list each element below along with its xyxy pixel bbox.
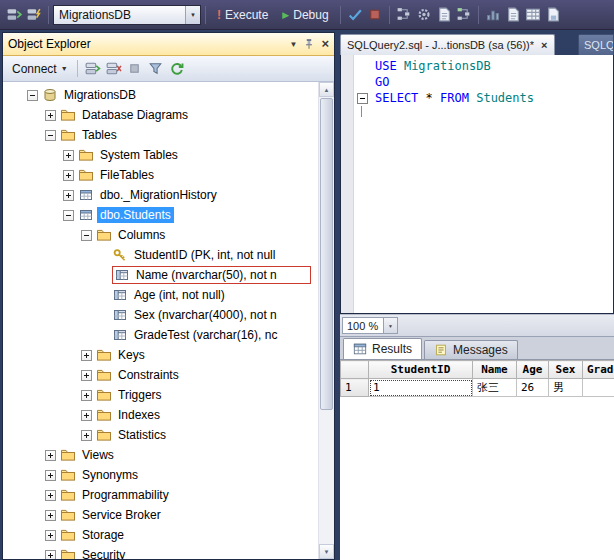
tree-item-security[interactable]: Security <box>3 545 318 559</box>
tree-item-tables[interactable]: Tables <box>3 125 318 145</box>
tree-item-database-diagrams[interactable]: Database Diagrams <box>3 105 318 125</box>
expand-icon[interactable] <box>81 410 92 421</box>
code-line[interactable] <box>341 106 613 122</box>
chevron-down-icon[interactable]: ▼ <box>383 318 397 333</box>
scroll-up-icon[interactable]: ▲ <box>319 82 334 97</box>
change-connection-icon[interactable] <box>25 6 43 23</box>
close-icon[interactable]: × <box>321 39 329 49</box>
expand-icon[interactable] <box>81 370 92 381</box>
debug-button[interactable]: ▶ Debug <box>275 6 335 24</box>
expand-icon[interactable] <box>45 490 56 501</box>
execute-button[interactable]: ! Execute <box>210 6 275 24</box>
expand-icon[interactable] <box>45 470 56 481</box>
grid-column-header[interactable]: GradeTest <box>583 361 614 379</box>
window-position-icon[interactable]: ▼ <box>289 40 297 49</box>
results-to-file-icon[interactable] <box>544 6 562 23</box>
tree-item-statistics[interactable]: Statistics <box>3 425 318 445</box>
refresh-icon[interactable] <box>168 60 185 77</box>
query-options-icon[interactable] <box>415 6 433 23</box>
cancel-query-icon[interactable] <box>366 6 384 23</box>
grid-column-header[interactable]: Name <box>473 361 517 379</box>
collapse-icon[interactable] <box>27 90 38 101</box>
tree-item-storage[interactable]: Storage <box>3 525 318 545</box>
expand-icon[interactable] <box>45 530 56 541</box>
vertical-scrollbar[interactable]: ▲ ▼ <box>318 82 334 559</box>
grid-cell[interactable]: 26 <box>517 379 549 397</box>
tab-sqlquery2[interactable]: SQLQuery2.sql - J...tionsDB (sa (56))* × <box>340 34 555 55</box>
tree-item-system-tables[interactable]: System Tables <box>3 145 318 165</box>
stop-icon[interactable] <box>126 60 143 77</box>
expand-icon[interactable] <box>81 430 92 441</box>
tree-item-views[interactable]: Views <box>3 445 318 465</box>
tab-sqlquery-partial[interactable]: SQLQ <box>578 34 614 55</box>
expand-icon[interactable] <box>45 450 56 461</box>
expand-icon[interactable] <box>63 170 74 181</box>
grid-cell[interactable]: 1 <box>369 379 473 397</box>
code-line[interactable]: SELECT * FROM Students <box>341 90 613 106</box>
tree-item-constraints[interactable]: Constraints <box>3 365 318 385</box>
collapse-icon[interactable] <box>45 130 56 141</box>
expand-icon[interactable] <box>45 510 56 521</box>
tree-item-migrationsdb[interactable]: MigrationsDB <box>3 85 318 105</box>
tree-item-dbo-students[interactable]: dbo.Students <box>3 205 318 225</box>
object-explorer-icon-group <box>82 60 187 77</box>
parse-icon[interactable] <box>346 6 364 23</box>
code-editor[interactable]: USE MigrationsDBGOSELECT * FROM Students <box>340 55 614 314</box>
expand-icon[interactable] <box>63 150 74 161</box>
tree-item-filetables[interactable]: FileTables <box>3 165 318 185</box>
grid-cell[interactable]: 张三 <box>473 379 517 397</box>
pin-icon[interactable] <box>303 38 315 50</box>
tab-results[interactable]: Results <box>343 338 422 359</box>
expand-icon[interactable] <box>45 550 56 560</box>
connect-icon[interactable] <box>5 6 23 23</box>
tree-item-columns[interactable]: Columns <box>3 225 318 245</box>
code-line[interactable]: GO <box>341 74 613 90</box>
tree-item-synonyms[interactable]: Synonyms <box>3 465 318 485</box>
scroll-down-icon[interactable]: ▼ <box>319 544 334 559</box>
folder-icon <box>60 507 76 523</box>
actual-plan-icon[interactable] <box>455 6 473 23</box>
tree-item-name-nvarchar-50-not-n[interactable]: Name (nvarchar(50), not n <box>3 265 318 285</box>
code-line[interactable]: USE MigrationsDB <box>341 58 613 74</box>
tree-item-service-broker[interactable]: Service Broker <box>3 505 318 525</box>
tree-item-studentid-pk-int-not-null[interactable]: StudentID (PK, int, not null <box>3 245 318 265</box>
estimated-plan-icon[interactable] <box>395 6 413 23</box>
tab-messages[interactable]: Messages <box>424 340 518 359</box>
connect-button[interactable]: Connect ▼ <box>7 60 73 78</box>
tree-item-sex-nvarchar-4000-not-n[interactable]: Sex (nvarchar(4000), not n <box>3 305 318 325</box>
expand-icon[interactable] <box>45 110 56 121</box>
tree-item-triggers[interactable]: Triggers <box>3 385 318 405</box>
grid-column-header[interactable]: StudentID <box>369 361 473 379</box>
grid-cell[interactable] <box>583 379 614 397</box>
grid-cell[interactable]: 男 <box>549 379 583 397</box>
tree-item-age-int-not-null[interactable]: Age (int, not null) <box>3 285 318 305</box>
expand-icon[interactable] <box>81 350 92 361</box>
fold-collapse-icon[interactable] <box>357 93 368 104</box>
tree-item-programmability[interactable]: Programmability <box>3 485 318 505</box>
tree-item-indexes[interactable]: Indexes <box>3 405 318 425</box>
collapse-icon[interactable] <box>63 210 74 221</box>
connect-server-icon[interactable] <box>84 60 101 77</box>
expand-icon[interactable] <box>81 390 92 401</box>
results-to-grid-icon[interactable] <box>524 6 542 23</box>
disconnect-server-icon[interactable] <box>105 60 122 77</box>
grid-column-header[interactable]: Sex <box>549 361 583 379</box>
close-icon[interactable]: × <box>541 40 547 50</box>
chevron-down-icon[interactable]: ▼ <box>185 6 200 24</box>
scrollbar-thumb[interactable] <box>320 98 333 410</box>
grid-column-header[interactable]: Age <box>517 361 549 379</box>
results-to-text-icon[interactable] <box>504 6 522 23</box>
tree-item-dbo-migrationhistory[interactable]: dbo._MigrationHistory <box>3 185 318 205</box>
expand-icon[interactable] <box>63 190 74 201</box>
grid-corner[interactable] <box>341 361 369 379</box>
tree-item-keys[interactable]: Keys <box>3 345 318 365</box>
client-statistics-icon[interactable] <box>484 6 502 23</box>
tree-item-gradetest-varchar-16-nc[interactable]: GradeTest (varchar(16), nc <box>3 325 318 345</box>
filter-icon[interactable] <box>147 60 164 77</box>
intellisense-enabled-icon[interactable] <box>435 6 453 23</box>
grid-row-header[interactable]: 1 <box>341 379 369 397</box>
collapse-icon[interactable] <box>81 230 92 241</box>
zoom-combo[interactable]: 100 % ▼ <box>342 317 398 334</box>
available-databases-combo[interactable]: MigrationsDB ▼ <box>53 5 201 25</box>
object-explorer-titlebar[interactable]: Object Explorer ▼ × <box>3 33 334 56</box>
